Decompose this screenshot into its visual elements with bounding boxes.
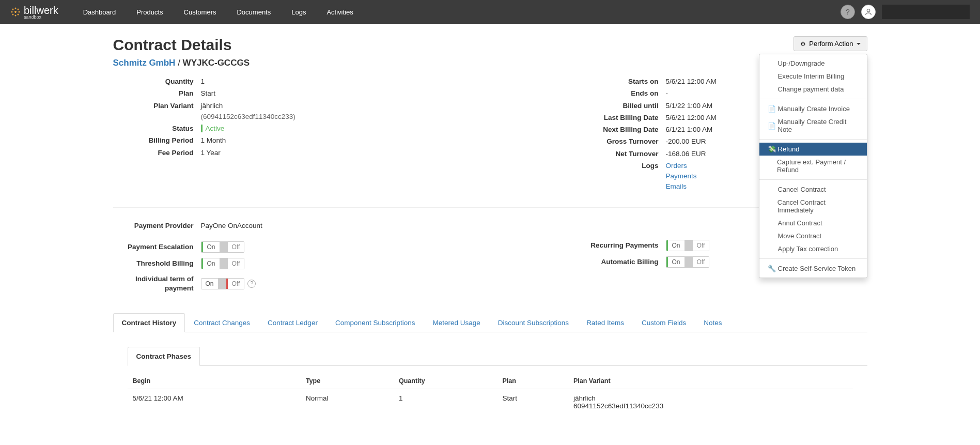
svg-point-2 [11,11,13,13]
action-updowngrade[interactable]: Up-/Downgrade [759,57,867,70]
nav-logs[interactable]: Logs [282,1,315,23]
logo-icon [10,7,21,17]
perform-action-button[interactable]: ⚙ Perform Action [794,36,867,51]
status-badge: Active [201,125,225,132]
table-row[interactable]: 5/6/21 12:00 AM Normal 1 Start jährlich … [128,389,853,416]
dropdown-divider [759,99,867,99]
value-billing-period: 1 Month [201,135,402,146]
tab-component-subscriptions[interactable]: Component Subscriptions [326,313,424,332]
tabs: Contract History Contract Changes Contra… [113,313,867,332]
tab-metered-usage[interactable]: Metered Usage [424,313,489,332]
svg-point-7 [18,14,19,16]
top-nav: billwerk sandbox Dashboard Products Cust… [0,0,980,24]
tab-contract-changes[interactable]: Contract Changes [185,313,259,332]
toggle-individual-term[interactable]: OnOff [201,278,245,289]
nav-products[interactable]: Products [127,1,172,23]
action-create-invoice[interactable]: 📄Manually Create Invoice [759,102,867,115]
value-variant: jährlich(60941152c63edf11340cc233) [201,101,402,122]
refund-icon: 💸 [768,145,774,153]
action-self-service[interactable]: 🔧Create Self-Service Token [759,262,867,275]
action-cancel-immediately[interactable]: Cancel Contract Immediately [759,196,867,217]
action-cancel[interactable]: Cancel Contract [759,183,867,196]
cell-variant-id: 60941152c63edf11340cc233 [573,402,663,410]
action-change-payment[interactable]: Change payment data [759,83,867,96]
logs-payments-link[interactable]: Payments [666,172,697,180]
dropdown-divider [759,258,867,259]
toggle-automatic-billing[interactable]: OnOff [666,256,710,268]
logs-orders-link[interactable]: Orders [666,162,687,170]
col-begin: Begin [128,373,301,389]
col-type: Type [301,373,394,389]
svg-point-5 [18,9,19,10]
tab-custom-fields[interactable]: Custom Fields [633,313,695,332]
cell-begin: 5/6/21 12:00 AM [128,389,301,416]
logs-emails-link[interactable]: Emails [666,182,687,190]
cell-quantity: 1 [394,389,497,416]
contract-code: WYJKC-GCCGS [183,58,250,68]
details-left: Quantity1 PlanStart Plan Variantjährlich… [113,76,402,194]
dropdown-divider [759,139,867,140]
wrench-icon: 🔧 [768,265,774,272]
col-variant: Plan Variant [568,373,853,389]
avatar-icon[interactable] [861,5,876,19]
help-icon[interactable]: ? [247,280,256,288]
nav-activities[interactable]: Activities [317,1,362,23]
page-title: Contract Details [113,36,867,54]
nav-documents[interactable]: Documents [227,1,280,23]
nav-tail [882,5,970,19]
tab-discount-subscriptions[interactable]: Discount Subscriptions [489,313,578,332]
nav-dashboard[interactable]: Dashboard [74,1,126,23]
tab-contract-history[interactable]: Contract History [113,313,185,332]
action-refund[interactable]: 💸Refund [759,143,867,156]
action-tax[interactable]: Apply Tax correction [759,242,867,255]
caret-down-icon [857,43,861,45]
svg-point-0 [15,8,17,9]
file-icon: 📄 [768,122,774,130]
breadcrumb-customer-link[interactable]: Schmitz GmbH [113,58,176,68]
subtabs: Contract Phases [128,347,867,366]
action-interim-billing[interactable]: Execute Interim Billing [759,70,867,83]
col-quantity: Quantity [394,373,497,389]
gear-icon: ⚙ [800,40,806,48]
value-variant-id: (60941152c63edf11340cc233) [201,112,402,122]
value-plan: Start [201,88,402,99]
cell-plan: Start [497,389,568,416]
svg-point-3 [19,11,20,13]
nav-right: ? [841,5,970,19]
action-capture[interactable]: Capture ext. Payment / Refund [759,156,867,176]
action-move[interactable]: Move Contract [759,229,867,242]
svg-point-1 [15,15,17,17]
brand-logo[interactable]: billwerk sandbox [10,5,58,20]
value-fee-period: 1 Year [201,148,402,158]
svg-point-4 [12,9,14,10]
tab-rated-items[interactable]: Rated Items [578,313,633,332]
toggle-payment-escalation[interactable]: OnOff [201,241,245,253]
value-quantity: 1 [201,76,402,87]
nav-items: Dashboard Products Customers Documents L… [74,1,363,23]
toggle-threshold-billing[interactable]: OnOff [201,258,245,269]
nav-customers[interactable]: Customers [175,1,226,23]
cell-type: Normal [301,389,394,416]
svg-point-8 [867,9,869,12]
subtab-contract-phases[interactable]: Contract Phases [128,347,200,366]
help-icon[interactable]: ? [841,5,855,19]
action-annul[interactable]: Annul Contract [759,217,867,229]
action-dropdown: Up-/Downgrade Execute Interim Billing Ch… [759,54,867,278]
breadcrumb: Schmitz GmbH / WYJKC-GCCGS [113,58,867,68]
perform-action-label: Perform Action [809,40,853,48]
tab-notes[interactable]: Notes [695,313,730,332]
tab-contract-ledger[interactable]: Contract Ledger [259,313,326,332]
dropdown-divider [759,179,867,180]
col-plan: Plan [497,373,568,389]
toggle-recurring-payments[interactable]: OnOff [666,240,710,251]
file-icon: 📄 [768,105,774,113]
brand-sub: sandbox [24,14,58,20]
phases-table: Begin Type Quantity Plan Plan Variant 5/… [128,373,853,415]
action-create-credit[interactable]: 📄Manually Create Credit Note [759,115,867,136]
perform-action-wrap: ⚙ Perform Action Up-/Downgrade Execute I… [794,36,867,51]
svg-point-6 [12,14,14,16]
value-payment-provider: PayOne OnAccount [201,222,262,229]
cell-variant: jährlich 60941152c63edf11340cc233 [568,389,853,416]
